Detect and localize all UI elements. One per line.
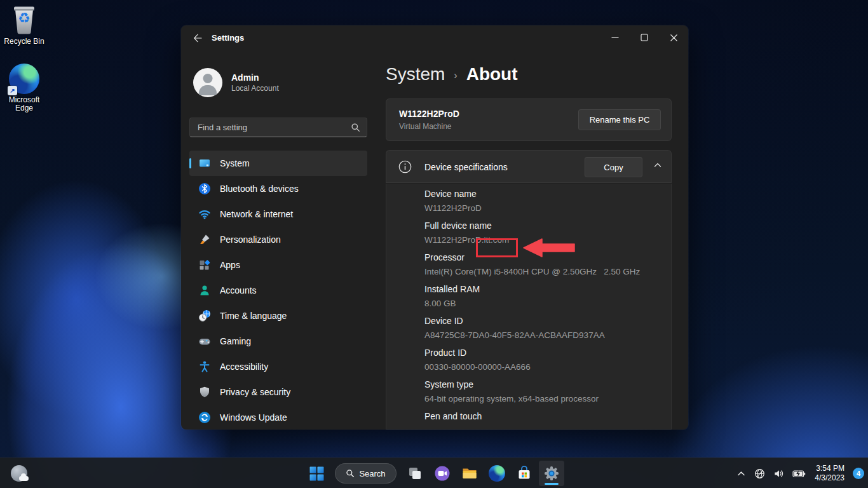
shield-icon <box>198 386 211 398</box>
weather-moon-icon <box>11 465 27 482</box>
notification-badge[interactable]: 4 <box>853 468 864 479</box>
rename-pc-button[interactable]: Rename this PC <box>578 109 661 130</box>
battery-icon[interactable] <box>790 466 808 481</box>
spec-label: System type <box>424 377 671 391</box>
edge-logo-icon <box>489 465 505 482</box>
breadcrumb-system[interactable]: System <box>386 64 445 85</box>
spec-row: Installed RAM 8.00 GB <box>386 279 671 311</box>
pc-subtitle: Virtual Machine <box>399 122 452 131</box>
chat-icon <box>434 465 451 482</box>
account-profile[interactable]: Admin Local Account <box>193 68 279 97</box>
paintbrush-icon <box>198 233 211 246</box>
spec-value: A84725C8-7DA0-40F5-82AA-ACBAAFD937AA <box>424 328 671 343</box>
apps-icon <box>198 259 211 271</box>
nav-item-label: Bluetooth & devices <box>220 184 299 194</box>
chat-button[interactable] <box>430 461 455 486</box>
search-icon <box>351 123 360 132</box>
spec-label: Full device name <box>424 219 671 233</box>
network-globe-icon[interactable] <box>752 466 767 482</box>
edge-logo-icon: ↗ <box>9 64 39 94</box>
windows-update-icon <box>198 411 211 424</box>
file-explorer-button[interactable] <box>457 461 482 486</box>
spec-row: System type 64-bit operating system, x64… <box>386 374 671 406</box>
nav-item-accounts[interactable]: Accounts <box>189 278 367 303</box>
taskbar-search-label: Search <box>359 469 385 478</box>
nav-item-network-internet[interactable]: Network & internet <box>189 201 367 227</box>
spec-value: 8.00 GB <box>424 296 671 311</box>
desktop-icon-recycle-bin[interactable]: ♻ Recycle Bin <box>0 4 48 46</box>
device-specifications-header[interactable]: Device specifications Copy <box>386 150 672 183</box>
spec-label: Installed RAM <box>424 282 671 296</box>
task-view-icon <box>407 466 423 481</box>
accessibility-person-icon <box>198 360 211 373</box>
task-view-button[interactable] <box>402 461 428 486</box>
spec-row: Product ID 00330-80000-00000-AA666 <box>386 342 671 374</box>
nav-item-gaming[interactable]: Gaming <box>189 329 367 354</box>
chevron-up-icon[interactable] <box>653 161 662 172</box>
desktop-icon-microsoft-edge[interactable]: ↗ Microsoft Edge <box>0 64 48 112</box>
copy-button[interactable]: Copy <box>585 157 642 177</box>
nav-item-apps[interactable]: Apps <box>189 252 367 278</box>
breadcrumb-separator-icon: › <box>454 67 457 81</box>
back-arrow-icon <box>193 33 203 43</box>
taskbar: Search <box>0 458 868 488</box>
window-title: Settings <box>212 33 244 43</box>
info-icon <box>398 160 412 176</box>
breadcrumb: System › About <box>386 64 518 85</box>
windows-logo-icon <box>309 466 325 482</box>
tray-date: 4/3/2023 <box>815 473 844 483</box>
account-name: Admin <box>231 72 279 83</box>
spec-label: Device name <box>424 187 671 201</box>
nav-item-privacy-security[interactable]: Privacy & security <box>189 379 367 405</box>
bluetooth-icon <box>198 182 211 195</box>
clock[interactable]: 3:54 PM 4/3/2023 <box>812 464 847 483</box>
microsoft-store-button[interactable] <box>512 461 537 486</box>
settings-window: Settings Admin Local Account System Blue… <box>181 25 688 430</box>
annotation-highlight-box <box>476 238 518 257</box>
accounts-person-icon <box>198 284 211 297</box>
settings-gear-icon <box>543 465 560 482</box>
spec-row: Device ID A84725C8-7DA0-40F5-82AA-ACBAAF… <box>386 311 671 342</box>
taskbar-search[interactable]: Search <box>335 463 397 484</box>
breadcrumb-about: About <box>466 64 518 85</box>
nav-item-label: Windows Update <box>220 412 287 423</box>
volume-icon[interactable] <box>771 466 786 482</box>
nav-item-windows-update[interactable]: Windows Update <box>189 405 367 430</box>
nav-item-personalization[interactable]: Personalization <box>189 227 367 252</box>
search-icon <box>346 469 355 478</box>
nav-item-label: Privacy & security <box>220 387 290 397</box>
start-button[interactable] <box>304 461 329 486</box>
back-button[interactable] <box>187 29 208 48</box>
nav-item-system[interactable]: System <box>189 151 367 176</box>
annotation-arrow-icon <box>523 238 575 258</box>
nav-item-label: System <box>220 158 250 168</box>
settings-button-active[interactable] <box>539 461 564 486</box>
cloud-icon <box>19 476 29 481</box>
nav-item-label: Gaming <box>220 336 251 346</box>
gamepad-icon <box>198 335 211 348</box>
settings-search[interactable] <box>189 118 367 137</box>
tray-time: 3:54 PM <box>815 464 844 473</box>
file-explorer-icon <box>461 465 478 482</box>
spec-value: W1122H2ProD <box>424 201 671 216</box>
spec-row: Device name W1122H2ProD <box>386 184 671 215</box>
nav-item-time-language[interactable]: Time & language <box>189 303 367 329</box>
nav-item-bluetooth-devices[interactable]: Bluetooth & devices <box>189 176 367 201</box>
system-tray: 3:54 PM 4/3/2023 4 <box>735 458 864 488</box>
device-specifications-title: Device specifications <box>424 162 508 172</box>
spec-value: 00330-80000-00000-AA666 <box>424 360 671 375</box>
desktop-icon-label: Microsoft Edge <box>0 96 48 112</box>
nav-item-label: Network & internet <box>220 209 293 219</box>
edge-button[interactable] <box>484 461 510 486</box>
tray-chevron-up-icon[interactable] <box>735 466 748 481</box>
widgets-button[interactable] <box>5 461 33 486</box>
nav-item-accessibility[interactable]: Accessibility <box>189 354 367 379</box>
wifi-icon <box>198 208 211 220</box>
pc-name: W1122H2ProD <box>399 109 459 119</box>
nav-item-label: Time & language <box>220 311 287 321</box>
nav-item-label: Personalization <box>220 234 281 245</box>
search-input[interactable] <box>198 123 351 132</box>
desktop-icon-label: Recycle Bin <box>0 37 48 46</box>
spec-value: Intel(R) Core(TM) i5-8400H CPU @ 2.50GHz… <box>424 264 671 280</box>
spec-label: Pen and touch <box>424 409 671 423</box>
